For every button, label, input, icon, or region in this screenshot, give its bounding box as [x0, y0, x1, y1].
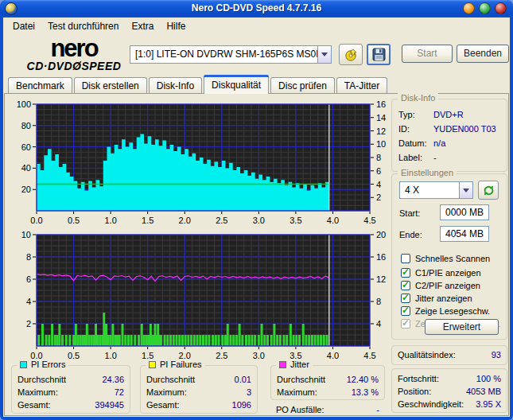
- svg-text:12: 12: [376, 126, 386, 136]
- checkbox-box[interactable]: [401, 306, 410, 316]
- svg-text:4.0: 4.0: [327, 216, 339, 225]
- drive-select[interactable]: [1:0] LITE-ON DVDRW SHM-165P6S MS0R: [130, 45, 332, 64]
- svg-text:4.5: 4.5: [363, 216, 375, 225]
- quit-button[interactable]: Beenden: [457, 45, 509, 63]
- menu-extra[interactable]: Extra: [125, 19, 160, 33]
- checkbox-box[interactable]: [401, 268, 410, 278]
- start-button[interactable]: Start: [402, 45, 453, 63]
- svg-text:6: 6: [376, 166, 381, 176]
- svg-text:8: 8: [376, 297, 381, 306]
- pi-errors-stats-box: PI Errors Durchschnitt24.36 Maximum:72 G…: [11, 365, 130, 414]
- checkbox-box[interactable]: [401, 254, 410, 263]
- checkbox-label: C1/PIE anzeigen: [415, 268, 481, 278]
- nero-logo-brand: nero: [14, 38, 134, 59]
- tab-disk-erstellen[interactable]: Disk erstellen: [74, 77, 147, 94]
- svg-text:3.5: 3.5: [290, 216, 301, 225]
- refresh-speeds-button[interactable]: [478, 181, 499, 200]
- menu-datei[interactable]: Datei: [6, 19, 41, 33]
- app-window: Nero CD-DVD Speed 4.7.7.16 Datei Test du…: [0, 0, 513, 420]
- tab-ta-jitter[interactable]: TA-Jitter: [336, 77, 387, 94]
- svg-text:10: 10: [376, 139, 386, 149]
- jitter-stats-box: Jitter Durchschnitt12.40 % Maximum:13.3 …: [270, 365, 385, 400]
- maximize-button[interactable]: [479, 2, 491, 14]
- tab-diskqualitaet[interactable]: Diskqualität: [204, 75, 269, 94]
- pi-failures-legend-swatch: [149, 361, 156, 368]
- quality-index-row: Qualitätsindex: 93: [392, 346, 507, 364]
- svg-text:2.5: 2.5: [216, 216, 227, 225]
- svg-text:6: 6: [26, 274, 31, 284]
- disk-info-title: Disk-Info: [398, 93, 438, 103]
- window-title: Nero CD-DVD Speed 4.7.7.16: [0, 2, 513, 14]
- svg-text:4.0: 4.0: [327, 351, 339, 360]
- pi-errors-chart: 204060801002468101214160.00.51.01.52.02.…: [11, 99, 391, 228]
- po-failures-label: PO Ausfälle:: [276, 403, 325, 416]
- svg-text:80: 80: [21, 121, 31, 130]
- save-icon: [372, 48, 386, 61]
- jitter-legend-swatch: [279, 361, 286, 368]
- svg-text:60: 60: [21, 142, 31, 152]
- client-area: Datei Test durchführen Extra Hilfe nero …: [3, 18, 510, 417]
- end-field[interactable]: [440, 226, 489, 242]
- chevron-down-icon: [321, 52, 328, 56]
- drive-select-dropdown-button[interactable]: [317, 46, 331, 63]
- checkbox-jitter[interactable]: Jitter anzeigen: [401, 294, 472, 303]
- svg-text:4.5: 4.5: [363, 351, 375, 360]
- svg-text:100: 100: [17, 99, 31, 109]
- eject-button[interactable]: [339, 44, 363, 65]
- disk-info-row-label: Label:-: [392, 150, 507, 165]
- end-field-label: Ende:: [399, 230, 422, 239]
- tab-benchmark[interactable]: Benchmark: [8, 77, 72, 94]
- start-field[interactable]: [440, 204, 489, 220]
- progress-box: Fortschritt:100 % Position:4053 MB Gesch…: [391, 368, 507, 413]
- checkbox-schnelles-scannen[interactable]: Schnelles Scannen: [401, 254, 490, 263]
- close-button[interactable]: [495, 2, 507, 14]
- svg-text:1.5: 1.5: [142, 216, 154, 225]
- pi-failures-stats-box: PI Failures Durchschnitt0.01 Maximum:3 G…: [140, 365, 258, 414]
- svg-text:3.0: 3.0: [253, 351, 265, 360]
- checkbox-label: Schnelles Scannen: [415, 254, 490, 263]
- quality-index-label: Qualitätsindex:: [398, 346, 456, 364]
- speed-select-dropdown-button[interactable]: [459, 182, 472, 198]
- menu-test-durchfuehren[interactable]: Test durchführen: [41, 19, 125, 33]
- quality-index-box: Qualitätsindex: 93: [391, 345, 507, 365]
- disk-info-row-id: ID:YUDEN000 T03: [392, 122, 507, 136]
- svg-text:10: 10: [21, 230, 31, 239]
- svg-text:1.0: 1.0: [104, 216, 116, 225]
- tab-disk-info[interactable]: Disk-Info: [149, 77, 202, 94]
- svg-text:14: 14: [376, 113, 386, 122]
- nero-logo-product: CD·DVDØSPEED: [14, 60, 134, 72]
- svg-text:8: 8: [26, 252, 31, 262]
- speed-select[interactable]: 4 X: [399, 181, 473, 199]
- svg-text:4: 4: [376, 180, 381, 189]
- menu-hilfe[interactable]: Hilfe: [160, 19, 192, 33]
- disk-info-row-datum: Datum:n/a: [392, 136, 507, 150]
- svg-text:4: 4: [376, 319, 381, 329]
- tab-bar: Benchmark Disk erstellen Disk-Info Diskq…: [8, 75, 387, 94]
- speed-row: Geschwindigkeit:3.95 X: [392, 398, 507, 410]
- svg-text:1.0: 1.0: [104, 351, 116, 360]
- checkbox-c1-pie[interactable]: C1/PIE anzeigen: [401, 268, 481, 278]
- minimize-button[interactable]: [463, 2, 475, 14]
- checkbox-c2-pif[interactable]: C2/PIF anzeigen: [401, 281, 480, 290]
- save-button[interactable]: [367, 44, 391, 65]
- jitter-legend: Jitter: [276, 360, 313, 369]
- tab-disc-pruefen[interactable]: Disc prüfen: [270, 77, 335, 94]
- advanced-button[interactable]: Erweitert: [425, 319, 499, 335]
- pi-failures-jitter-chart: 246810481216200.00.51.01.52.02.53.03.54.…: [11, 229, 391, 366]
- nero-logo: nero CD·DVDØSPEED: [14, 38, 134, 72]
- svg-text:12: 12: [376, 274, 386, 284]
- svg-text:20: 20: [21, 185, 31, 194]
- svg-text:40: 40: [21, 163, 31, 173]
- checkbox-box[interactable]: [401, 281, 410, 290]
- svg-text:2: 2: [376, 192, 381, 202]
- checkbox-lesegeschw[interactable]: Zeige Lesegeschw.: [401, 306, 490, 316]
- svg-text:0.5: 0.5: [68, 216, 80, 225]
- checkbox-box[interactable]: [401, 294, 410, 303]
- svg-text:8: 8: [376, 153, 381, 162]
- po-failures-value: -: [376, 403, 379, 416]
- checkbox-label: Jitter anzeigen: [415, 294, 472, 303]
- title-bar[interactable]: Nero CD-DVD Speed 4.7.7.16: [0, 0, 513, 18]
- drive-select-value: [1:0] LITE-ON DVDRW SHM-165P6S MS0R: [130, 46, 317, 63]
- speed-select-value: 4 X: [400, 182, 459, 198]
- svg-text:4: 4: [26, 297, 31, 306]
